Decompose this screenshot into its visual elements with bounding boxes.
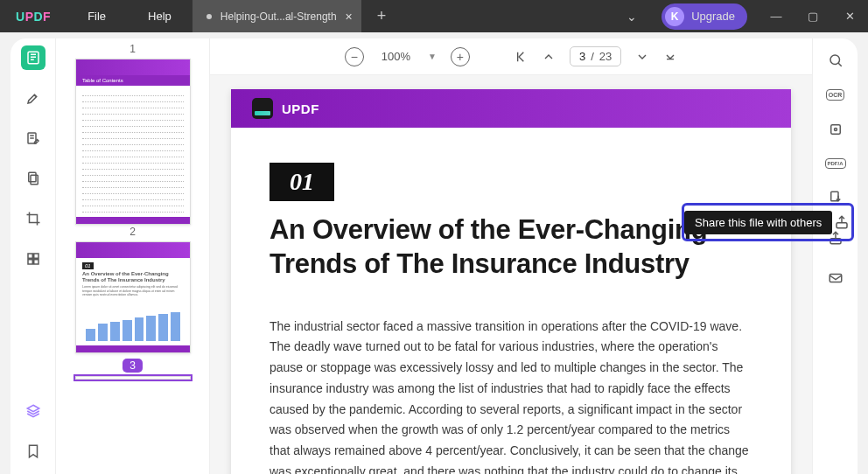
svg-rect-6 <box>28 260 32 264</box>
main-viewer: − 100% ▼ + 3 / 23 UPDF 01 <box>210 38 812 474</box>
svg-rect-9 <box>830 125 840 135</box>
crop-icon[interactable] <box>21 206 46 231</box>
thumb-bar-chart <box>82 297 184 341</box>
avatar: K <box>665 7 684 26</box>
left-rail <box>10 38 56 474</box>
prev-page-icon[interactable] <box>542 50 556 64</box>
thumb-heading: An Overview of the Ever-Changing Trends … <box>82 271 184 282</box>
search-icon[interactable] <box>824 49 847 72</box>
bookmark-icon[interactable] <box>21 439 46 464</box>
thumb-section-num: 01 <box>82 262 94 269</box>
share-tooltip-highlight: Share this file with others <box>682 203 854 241</box>
svg-rect-3 <box>31 175 38 185</box>
tab-title: Helping-Out...al-Strength <box>220 10 337 23</box>
thumb-label-2: 2 <box>75 225 190 241</box>
highlighter-icon[interactable] <box>21 86 46 110</box>
last-page-icon[interactable] <box>663 50 677 64</box>
window-controls: — ▢ ✕ <box>758 0 868 32</box>
zoom-value: 100% <box>378 50 414 63</box>
document-scroll[interactable]: UPDF 01 An Overview of the Ever-Changing… <box>210 75 812 474</box>
first-page-icon[interactable] <box>514 50 528 64</box>
ocr-button[interactable]: OCR <box>826 89 845 101</box>
tools-icon[interactable] <box>21 247 46 271</box>
close-icon[interactable]: × <box>346 10 353 24</box>
menu-help[interactable]: Help <box>127 10 192 23</box>
svg-point-10 <box>834 129 836 131</box>
mail-icon[interactable] <box>824 267 847 289</box>
total-pages: 23 <box>599 50 612 63</box>
upgrade-label: Upgrade <box>691 10 735 23</box>
workspace: 1 Table of Contents 2 01 An Overview of … <box>10 38 858 474</box>
organize-icon[interactable] <box>21 166 46 191</box>
page-view: UPDF 01 An Overview of the Ever-Changing… <box>231 89 791 474</box>
edit-text-icon[interactable] <box>21 126 46 150</box>
zoom-out-button[interactable]: − <box>345 47 364 66</box>
body-paragraph: The industrial sector faced a massive tr… <box>270 317 752 475</box>
thumb-label-3: 3 <box>122 359 143 373</box>
svg-rect-2 <box>28 172 35 182</box>
close-window-button[interactable]: ✕ <box>831 0 868 32</box>
page-banner: UPDF <box>231 89 791 128</box>
zoom-dropdown-icon[interactable]: ▼ <box>428 52 437 61</box>
svg-point-8 <box>830 55 840 65</box>
headline: An Overview of the Ever-Changing Trends … <box>270 213 752 282</box>
document-tab[interactable]: Helping-Out...al-Strength × <box>192 0 361 32</box>
toc-title: Table of Contents <box>76 75 190 86</box>
svg-rect-13 <box>830 275 842 282</box>
maximize-button[interactable]: ▢ <box>794 0 831 32</box>
thumb-label-1: 1 <box>75 42 190 59</box>
titlebar: UPDF File Help Helping-Out...al-Strength… <box>0 0 868 32</box>
thumbnails-mode-icon[interactable] <box>21 45 46 70</box>
banner-brand: UPDF <box>282 101 319 116</box>
thumbnail-panel: 1 Table of Contents 2 01 An Overview of … <box>56 38 210 474</box>
svg-rect-4 <box>28 254 32 258</box>
minimize-button[interactable]: — <box>758 0 794 32</box>
app-logo: UPDF <box>0 10 66 24</box>
share-tooltip: Share this file with others <box>684 211 832 234</box>
thumbnail-page-2[interactable]: 01 An Overview of the Ever-Changing Tren… <box>75 241 191 353</box>
tab-modified-dot <box>206 14 212 19</box>
menu-file[interactable]: File <box>66 10 127 23</box>
right-rail: OCR PDF/A <box>812 38 858 474</box>
pdfa-button[interactable]: PDF/A <box>825 158 846 169</box>
svg-rect-5 <box>33 254 38 258</box>
layers-icon[interactable] <box>21 399 46 423</box>
next-page-icon[interactable] <box>635 50 649 64</box>
svg-rect-14 <box>836 223 847 228</box>
view-toolbar: − 100% ▼ + 3 / 23 <box>210 38 812 75</box>
flatten-icon[interactable] <box>824 118 847 141</box>
updf-badge-icon <box>252 98 273 119</box>
current-page: 3 <box>579 50 585 63</box>
share-icon-highlighted[interactable] <box>832 205 851 240</box>
new-tab-button[interactable]: + <box>361 7 402 25</box>
upgrade-button[interactable]: K Upgrade <box>662 3 747 30</box>
thumbnail-page-3[interactable] <box>75 376 191 380</box>
svg-rect-7 <box>33 260 38 264</box>
section-number-box: 01 <box>270 163 334 201</box>
zoom-in-button[interactable]: + <box>451 47 470 66</box>
recent-dropdown[interactable]: ⌄ <box>612 10 651 24</box>
thumbnail-page-1[interactable]: Table of Contents <box>75 59 191 225</box>
page-indicator[interactable]: 3 / 23 <box>570 46 621 66</box>
